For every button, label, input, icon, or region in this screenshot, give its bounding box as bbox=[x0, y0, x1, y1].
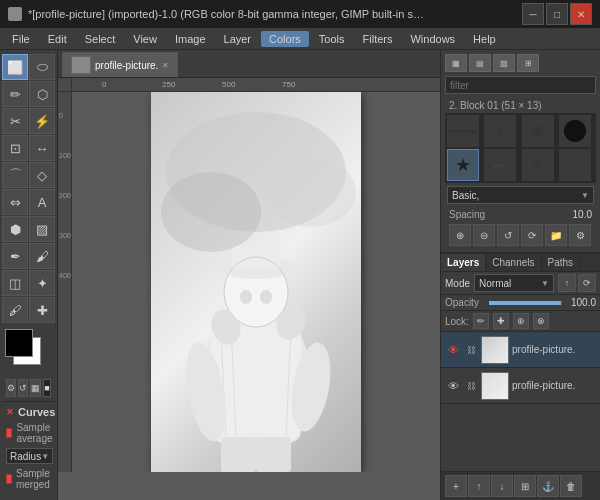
brush-preview-grid: ★ ✳ ·· ·· bbox=[445, 113, 596, 183]
svg-rect-17 bbox=[221, 437, 256, 472]
brush-cell-dot-lg[interactable] bbox=[559, 115, 591, 147]
tool-paintbrush[interactable]: 🖌 bbox=[29, 243, 55, 269]
layer-sync[interactable]: ⟳ bbox=[578, 274, 596, 292]
tool-blend[interactable]: ▨ bbox=[29, 216, 55, 242]
view-btn-4[interactable]: ⊞ bbox=[517, 54, 539, 72]
menu-edit[interactable]: Edit bbox=[40, 31, 75, 47]
tool-transform[interactable]: ↔ bbox=[29, 135, 55, 161]
dark-icon[interactable]: ■ bbox=[43, 379, 51, 397]
menu-select[interactable]: Select bbox=[77, 31, 124, 47]
tool-fuzzy-select[interactable]: ⬡ bbox=[29, 81, 55, 107]
menu-layer[interactable]: Layer bbox=[216, 31, 260, 47]
tool-warp[interactable]: ⌒ bbox=[2, 162, 28, 188]
menu-image[interactable]: Image bbox=[167, 31, 214, 47]
lock-position-btn[interactable]: ✚ bbox=[493, 313, 509, 329]
tab-close-btn[interactable]: ✕ bbox=[162, 61, 169, 70]
lock-pixels-btn[interactable]: ✏ bbox=[473, 313, 489, 329]
brush-tool-settings[interactable]: ⚙ bbox=[569, 224, 591, 246]
tool-free-select[interactable]: ✏ bbox=[2, 81, 28, 107]
tool-heal[interactable]: ✚ bbox=[29, 297, 55, 323]
menu-file[interactable]: File bbox=[4, 31, 38, 47]
opacity-slider[interactable] bbox=[489, 301, 562, 305]
layer-row-1[interactable]: 👁 ⛓ profile-picture. bbox=[441, 368, 600, 404]
layer-eye-1[interactable]: 👁 bbox=[445, 378, 461, 394]
layer-duplicate-btn[interactable]: ⊞ bbox=[514, 475, 536, 497]
tool-ink[interactable]: 🖋 bbox=[2, 297, 28, 323]
tool-rectangle-select[interactable]: ⬜ bbox=[2, 54, 28, 80]
tool-options-icon[interactable]: ⚙ bbox=[6, 379, 16, 397]
svg-rect-18 bbox=[256, 437, 291, 472]
canvas-tab[interactable]: profile-picture. ✕ bbox=[62, 52, 178, 77]
tool-eraser[interactable]: ◫ bbox=[2, 270, 28, 296]
layer-chain-0[interactable]: ⛓ bbox=[464, 343, 478, 357]
layer-new-btn[interactable]: + bbox=[445, 475, 467, 497]
tool-fg-select[interactable]: ⚡ bbox=[29, 108, 55, 134]
radius-dropdown[interactable]: Radius ▼ bbox=[6, 448, 53, 464]
brush-cell-dots2[interactable]: ✳ bbox=[522, 149, 554, 181]
brushes-filter-input[interactable] bbox=[445, 76, 596, 94]
tool-flip[interactable]: ⇔ bbox=[2, 189, 28, 215]
new-document-icon[interactable]: ↺ bbox=[18, 379, 28, 397]
ruler-v-mark-1: 0 bbox=[59, 112, 63, 119]
curves-close-btn[interactable]: ✕ bbox=[6, 407, 14, 417]
lock-all-btn[interactable]: ⊗ bbox=[533, 313, 549, 329]
brush-cell-line[interactable] bbox=[447, 115, 479, 147]
menu-filters[interactable]: Filters bbox=[355, 31, 401, 47]
tool-perspective[interactable]: ◇ bbox=[29, 162, 55, 188]
lock-alpha-btn[interactable]: ⊕ bbox=[513, 313, 529, 329]
right-panel: ▦ ▤ ▧ ⊞ 2. Block 01 (51 × 13) bbox=[440, 50, 600, 500]
view-btn-2[interactable]: ▤ bbox=[469, 54, 491, 72]
tab-paths[interactable]: Paths bbox=[542, 254, 581, 271]
menu-tools[interactable]: Tools bbox=[311, 31, 353, 47]
tab-channels[interactable]: Channels bbox=[486, 254, 541, 271]
image-canvas[interactable] bbox=[72, 92, 440, 472]
menu-colors[interactable]: Colors bbox=[261, 31, 309, 47]
brush-tool-open[interactable]: 📁 bbox=[545, 224, 567, 246]
brush-cell-feather-sm[interactable] bbox=[484, 115, 516, 147]
layer-delete-btn[interactable]: 🗑 bbox=[560, 475, 582, 497]
layer-keep-above[interactable]: ↑ bbox=[558, 274, 576, 292]
layer-name-0: profile-picture. bbox=[512, 344, 596, 355]
layer-eye-0[interactable]: 👁 bbox=[445, 342, 461, 358]
view-btn-3[interactable]: ▧ bbox=[493, 54, 515, 72]
brush-cell-star[interactable]: ★ bbox=[447, 149, 479, 181]
tool-grid: ⬜ ⬭ ✏ ⬡ ✂ ⚡ ⊡ ↔ ⌒ ◇ ⇔ A ⬢ ▨ ✒ 🖌 ◫ ✦ 🖋 ✚ bbox=[2, 54, 55, 323]
close-button[interactable]: ✕ bbox=[570, 3, 592, 25]
open-icon[interactable]: ▦ bbox=[30, 379, 41, 397]
layers-tabs: Layers Channels Paths bbox=[441, 254, 600, 272]
brush-tool-refresh[interactable]: ⟳ bbox=[521, 224, 543, 246]
tool-airbrush[interactable]: ✦ bbox=[29, 270, 55, 296]
tool-crop[interactable]: ⊡ bbox=[2, 135, 28, 161]
menu-windows[interactable]: Windows bbox=[402, 31, 463, 47]
layer-lower-btn[interactable]: ↓ bbox=[491, 475, 513, 497]
menu-view[interactable]: View bbox=[125, 31, 165, 47]
tool-scissors[interactable]: ✂ bbox=[2, 108, 28, 134]
menu-help[interactable]: Help bbox=[465, 31, 504, 47]
brush-name-dropdown[interactable]: Basic, ▼ bbox=[447, 186, 594, 204]
brush-tiny-3 bbox=[501, 164, 504, 167]
spacing-value: 10.0 bbox=[573, 209, 592, 220]
foreground-color-swatch[interactable] bbox=[5, 329, 33, 357]
layer-anchor-btn[interactable]: ⚓ bbox=[537, 475, 559, 497]
view-btn-1[interactable]: ▦ bbox=[445, 54, 467, 72]
tool-pencil[interactable]: ✒ bbox=[2, 243, 28, 269]
mode-dropdown[interactable]: Normal ▼ bbox=[474, 274, 554, 292]
curves-panel: ✕ Curves Sample average Radius ▼ 3 ▲▼ Sa… bbox=[2, 401, 55, 494]
brush-cell-feather-md[interactable] bbox=[522, 115, 554, 147]
brush-tool-zoom-in[interactable]: ⊕ bbox=[449, 224, 471, 246]
tool-text[interactable]: A bbox=[29, 189, 55, 215]
brush-tool-zoom-out[interactable]: ⊖ bbox=[473, 224, 495, 246]
brush-tool-reset[interactable]: ↺ bbox=[497, 224, 519, 246]
brush-cell-dots1[interactable] bbox=[484, 149, 516, 181]
brush-tiny-2 bbox=[497, 164, 500, 167]
tool-bucket[interactable]: ⬢ bbox=[2, 216, 28, 242]
tab-layers[interactable]: Layers bbox=[441, 254, 486, 271]
minimize-button[interactable]: ─ bbox=[522, 3, 544, 25]
layer-chain-1[interactable]: ⛓ bbox=[464, 379, 478, 393]
layer-row-0[interactable]: 👁 ⛓ profile-picture. bbox=[441, 332, 600, 368]
layer-raise-btn[interactable]: ↑ bbox=[468, 475, 490, 497]
mode-value: Normal bbox=[479, 278, 511, 289]
brush-cell-scatter[interactable]: ·· ·· bbox=[559, 149, 591, 181]
maximize-button[interactable]: □ bbox=[546, 3, 568, 25]
tool-ellipse-select[interactable]: ⬭ bbox=[29, 54, 55, 80]
